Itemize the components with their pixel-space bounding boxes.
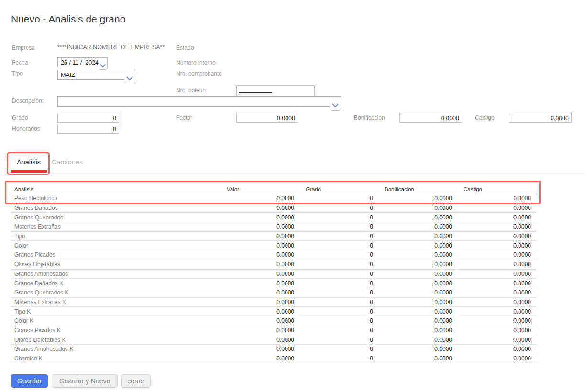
chevron-down-icon — [100, 64, 106, 68]
row-analisis-name: Tipo K — [11, 308, 221, 315]
tab-camiones[interactable]: Camiones — [52, 158, 83, 166]
nro-boletin-placeholder-line — [239, 92, 272, 93]
row-analisis-name: Color K — [11, 317, 221, 324]
row-castigo-cell: 0.0000 — [458, 346, 537, 352]
row-analisis-name: Materias Extrañas K — [11, 299, 221, 305]
table-row[interactable]: Granos Amohosados K0.000000.00000.0000 — [11, 345, 537, 354]
descripcion-label: Descripción: — [12, 98, 44, 104]
tipo-select-box[interactable]: MAIZ — [57, 70, 125, 80]
row-bonificacion-cell: 0.0000 — [379, 308, 458, 315]
row-bonificacion-cell: 0.0000 — [379, 299, 458, 305]
fecha-label: Fecha — [12, 59, 28, 66]
fecha-select-value: 26 / 11 / 2024 — [61, 59, 99, 66]
numero-interno-label: Número interno — [176, 59, 216, 66]
table-row[interactable]: Tipo K0.000000.00000.0000 — [11, 307, 537, 316]
fecha-dropdown-button[interactable] — [99, 57, 108, 70]
table-row[interactable]: Chamico K0.000000.00000.0000 — [11, 354, 537, 364]
row-valor-cell: 0.0000 — [221, 251, 300, 258]
row-bonificacion-cell: 0.0000 — [379, 337, 458, 343]
fecha-select[interactable]: 26 / 11 / 2024 — [57, 57, 108, 70]
row-bonificacion-cell: 0.0000 — [379, 242, 458, 249]
row-bonificacion-cell: 0.0000 — [379, 355, 458, 362]
row-castigo-cell: 0.0000 — [458, 355, 537, 362]
table-row[interactable]: Olores Objetables0.000000.00000.0000 — [11, 260, 537, 270]
row-bonificacion-cell: 0.0000 — [379, 327, 458, 334]
chevron-down-icon — [126, 76, 133, 81]
row-bonificacion-cell: 0.0000 — [379, 289, 458, 296]
row-bonificacion-cell: 0.0000 — [379, 223, 458, 230]
table-row[interactable]: Granos Dañados0.000000.00000.0000 — [11, 204, 537, 213]
row-castigo-cell: 0.0000 — [458, 271, 537, 277]
table-row[interactable]: Peso Hectolitrico0.000000.00000.0000 — [11, 194, 537, 204]
table-row[interactable]: Granos Dañados K0.000000.00000.0000 — [11, 279, 537, 288]
row-valor-cell: 0.0000 — [221, 205, 300, 211]
row-grado-cell: 0 — [300, 271, 379, 277]
row-analisis-name: Granos Amohosados K — [11, 346, 221, 352]
table-row[interactable]: Olores Objetables K0.000000.00000.0000 — [11, 335, 537, 345]
column-header-grado: Grado — [300, 186, 379, 192]
nro-boletin-label: Nro. boletín — [176, 87, 206, 94]
row-grado-cell: 0 — [300, 355, 379, 362]
row-grado-cell: 0 — [300, 242, 379, 249]
column-header-castigo: Castigo — [458, 186, 537, 192]
row-bonificacion-cell: 0.0000 — [379, 233, 458, 240]
row-analisis-name: Granos Quebrados — [11, 214, 221, 221]
row-bonificacion-cell: 0.0000 — [379, 261, 458, 268]
row-analisis-name: Color — [11, 242, 221, 249]
descripcion-dropdown-button[interactable] — [330, 96, 341, 111]
row-analisis-name: Granos Quebrados K — [11, 289, 221, 296]
row-valor-cell: 0.0000 — [221, 261, 300, 268]
tab-bar — [5, 155, 585, 174]
row-valor-cell: 0.0000 — [221, 346, 300, 352]
table-row[interactable]: Color K0.000000.00000.0000 — [11, 316, 537, 326]
row-castigo-cell: 0.0000 — [458, 214, 537, 221]
table-row[interactable]: Materias Extrañas0.000000.00000.0000 — [11, 222, 537, 232]
tipo-select[interactable]: MAIZ — [57, 70, 135, 84]
table-row[interactable]: Granos Quebrados K0.000000.00000.0000 — [11, 288, 537, 298]
row-grado-cell: 0 — [300, 205, 379, 211]
bonificacion-input[interactable] — [399, 113, 462, 123]
save-button[interactable]: Guardar — [11, 374, 48, 388]
row-castigo-cell: 0.0000 — [458, 327, 537, 334]
factor-input[interactable] — [236, 113, 298, 123]
row-grado-cell: 0 — [300, 327, 379, 334]
descripcion-select[interactable] — [57, 96, 341, 111]
row-grado-cell: 0 — [300, 289, 379, 296]
row-bonificacion-cell: 0.0000 — [379, 205, 458, 211]
table-row[interactable]: Tipo0.000000.00000.0000 — [11, 232, 537, 241]
nro-boletin-input[interactable] — [236, 85, 315, 95]
tipo-dropdown-button[interactable] — [124, 70, 135, 83]
column-header-bonificacion: Bonificacion — [379, 186, 458, 192]
row-grado-cell: 0 — [300, 233, 379, 240]
row-bonificacion-cell: 0.0000 — [379, 251, 458, 258]
tab-analisis[interactable]: Analisis — [17, 158, 41, 166]
table-row[interactable]: Granos Amohosados0.000000.00000.0000 — [11, 270, 537, 279]
row-grado-cell: 0 — [300, 261, 379, 268]
row-valor-cell: 0.0000 — [221, 289, 300, 296]
analisis-table: Analisis Valor Grado Bonificacion Castig… — [11, 185, 537, 363]
tab-analisis-active-underline — [11, 170, 47, 173]
row-analisis-name: Chamico K — [11, 355, 221, 362]
row-castigo-cell: 0.0000 — [458, 205, 537, 211]
row-castigo-cell: 0.0000 — [458, 251, 537, 258]
row-valor-cell: 0.0000 — [221, 233, 300, 240]
row-castigo-cell: 0.0000 — [458, 261, 537, 268]
table-row[interactable]: Granos Picados K0.000000.00000.0000 — [11, 326, 537, 336]
table-row[interactable]: Granos Picados0.000000.00000.0000 — [11, 250, 537, 260]
table-row[interactable]: Materias Extrañas K0.000000.00000.0000 — [11, 298, 537, 307]
honorarios-input[interactable] — [57, 124, 119, 134]
row-valor-cell: 0.0000 — [221, 327, 300, 334]
castigo-input[interactable] — [509, 113, 572, 123]
row-castigo-cell: 0.0000 — [458, 289, 537, 296]
descripcion-select-box[interactable] — [57, 96, 331, 107]
row-grado-cell: 0 — [300, 223, 379, 230]
save-and-new-button[interactable]: Guardar y Nuevo — [52, 374, 118, 388]
table-row[interactable]: Color0.000000.00000.0000 — [11, 241, 537, 250]
row-valor-cell: 0.0000 — [221, 271, 300, 277]
fecha-select-box[interactable]: 26 / 11 / 2024 — [57, 57, 99, 67]
row-valor-cell: 0.0000 — [221, 308, 300, 315]
close-button[interactable]: cerrar — [121, 374, 151, 388]
table-row[interactable]: Granos Quebrados0.000000.00000.0000 — [11, 213, 537, 222]
grado-input[interactable] — [57, 113, 119, 123]
row-valor-cell: 0.0000 — [221, 299, 300, 305]
